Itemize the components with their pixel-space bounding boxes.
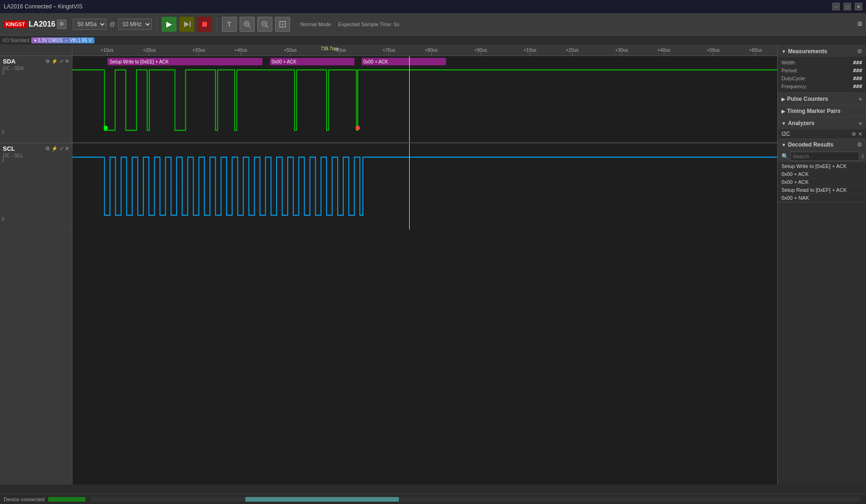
- fit-view-icon: [279, 21, 286, 28]
- frequency-value: ###: [853, 84, 862, 90]
- horizontal-scrollbar[interactable]: [91, 497, 860, 502]
- decoded-results-section: ▼ Decoded Results ⚙ 🔍 5 Setup Write to […: [778, 139, 866, 203]
- decoded-item-0[interactable]: Setup Write to [0xEE] + ACK: [778, 162, 866, 170]
- main-area: 739.7ms +10us +20us +30us +40us: [0, 46, 866, 484]
- scl-scale-1: 1: [2, 157, 5, 162]
- hamburger-menu[interactable]: ≡: [857, 19, 862, 29]
- time-ruler: 739.7ms +10us +20us +30us +40us: [0, 46, 777, 56]
- sda-expand-icon[interactable]: ⤢: [59, 58, 64, 64]
- right-panel: ▼ Measurements ⚙ Width: ### Period: ### …: [777, 46, 866, 484]
- analyzer-i2c-icons[interactable]: ⚙ ✕: [852, 131, 862, 137]
- svg-rect-2: [202, 22, 207, 27]
- stop-icon: [201, 21, 208, 28]
- measurement-width: Width: ###: [781, 59, 862, 67]
- decoded-item-4[interactable]: 0x00 + NAK: [778, 194, 866, 202]
- scl-label-top: SCL ⚙ ⚡ ⤢ ✕: [3, 145, 69, 152]
- ruler-tick-5: +50us: [284, 48, 297, 56]
- ruler-tick-10: +10us: [524, 48, 537, 56]
- decoded-results-collapse-arrow: ▼: [781, 142, 786, 147]
- maximize-button[interactable]: □: [844, 3, 851, 10]
- decoded-results-list: Setup Write to [0xEE] + ACK 0x00 + ACK 0…: [778, 162, 866, 202]
- search-icon: 🔍: [781, 153, 788, 160]
- measurements-settings-button[interactable]: ⚙: [857, 48, 862, 55]
- sda-scale-0: 0: [2, 130, 5, 135]
- time-marker-line-scl: [409, 143, 410, 230]
- decoded-item-3[interactable]: Setup Read to [0xEF] + ACK: [778, 186, 866, 194]
- device-name: LA2016: [29, 20, 56, 28]
- sda-settings-icon[interactable]: ⚙: [45, 58, 50, 64]
- sample-rate-select[interactable]: 50 MSa 25 MSa 10 MSa: [73, 19, 106, 30]
- measurement-period: Period: ###: [781, 67, 862, 75]
- ruler-tick-4: +40us: [234, 48, 248, 56]
- timing-marker-header[interactable]: ▶ Timing Marker Pairs: [778, 105, 866, 117]
- svg-line-4: [248, 26, 250, 28]
- scl-waveform-row: [72, 143, 777, 230]
- window-controls[interactable]: ─ □ ✕: [832, 3, 862, 10]
- stop-button[interactable]: [197, 17, 212, 32]
- sda-label-top: SDA ⚙ ⚡ ⤢ ✕: [3, 58, 69, 65]
- width-value: ###: [853, 60, 862, 66]
- scrollbar-thumb[interactable]: [245, 497, 399, 502]
- pulse-counters-add-button[interactable]: +: [859, 95, 862, 103]
- ruler-tick-8: +80us: [425, 48, 438, 56]
- sda-close-icon[interactable]: ✕: [65, 58, 69, 64]
- decoded-results-count: 5: [861, 154, 864, 159]
- scl-sub: I2C - SCL: [3, 153, 69, 158]
- ruler-tick-12: +30us: [615, 48, 628, 56]
- decoded-results-search-row: 🔍 5: [778, 150, 866, 162]
- decoded-item-2[interactable]: 0x00 + ACK: [778, 178, 866, 186]
- analyzer-i2c-delete-icon[interactable]: ✕: [858, 131, 862, 137]
- sda-name: SDA: [3, 58, 15, 65]
- timing-marker-section: ▶ Timing Marker Pairs: [778, 105, 866, 117]
- scl-trigger-icon[interactable]: ⚡: [51, 146, 58, 152]
- analyzers-collapse-arrow: ▼: [781, 121, 786, 126]
- sda-waveform-row: Setup Write to [0xEE] + ACK 0x00 + ACK 0…: [72, 56, 777, 143]
- analyzers-add-button[interactable]: +: [859, 119, 862, 127]
- voltage-badge: ▾ 3.3V CMOS → Vth:1.65 V: [31, 37, 94, 43]
- toolbar-separator: [156, 17, 157, 31]
- at-label: @: [109, 21, 115, 28]
- decoded-item-1[interactable]: 0x00 + ACK: [778, 170, 866, 178]
- waveform-canvas[interactable]: Setup Write to [0xEE] + ACK 0x00 + ACK 0…: [72, 56, 777, 484]
- pulse-counters-header[interactable]: ▶ Pulse Counters +: [778, 93, 866, 105]
- period-value: ###: [853, 68, 862, 74]
- run-single-icon: [183, 20, 191, 28]
- app-title: LA2016 Connected – KingstVIS: [4, 3, 83, 10]
- ruler-tick-7: +70us: [383, 48, 396, 56]
- status-text: Device connected: [4, 497, 44, 502]
- title-bar: LA2016 Connected – KingstVIS ─ □ ✕: [0, 0, 866, 13]
- ruler-tick-9: +90us: [474, 48, 487, 56]
- scl-expand-icon[interactable]: ⤢: [59, 146, 64, 152]
- mode-info: Normal Mode Expected Sample Time: 5s: [300, 21, 399, 28]
- frequency-label: Frequency:: [781, 84, 807, 90]
- decoded-results-search-input[interactable]: [790, 152, 859, 161]
- analyzers-header[interactable]: ▼ Analyzers +: [778, 117, 866, 129]
- zoom-out-icon: [261, 21, 269, 28]
- measurements-header[interactable]: ▼ Measurements ⚙: [778, 46, 866, 57]
- cursor-tool-button[interactable]: T: [222, 17, 237, 32]
- ruler-tick-14: +50us: [707, 48, 720, 56]
- ruler-tick-1: +10us: [100, 48, 114, 56]
- decoded-results-settings-button[interactable]: ⚙: [857, 141, 862, 148]
- minimize-button[interactable]: ─: [832, 3, 840, 10]
- scl-settings-icon[interactable]: ⚙: [45, 146, 50, 152]
- status-indicator: [48, 497, 85, 502]
- clock-select[interactable]: 10 MHz 20 MHz: [118, 19, 152, 30]
- analyzer-i2c-settings-icon[interactable]: ⚙: [852, 131, 856, 137]
- zoom-out-button[interactable]: [257, 17, 272, 32]
- measurements-collapse-arrow: ▼: [781, 49, 786, 54]
- scl-icons[interactable]: ⚙ ⚡ ⤢ ✕: [45, 146, 69, 152]
- play-button[interactable]: ▶: [162, 17, 177, 32]
- scl-close-icon[interactable]: ✕: [65, 146, 69, 152]
- decoded-results-header[interactable]: ▼ Decoded Results ⚙: [778, 139, 866, 150]
- device-settings-button[interactable]: ⚙: [57, 20, 66, 29]
- ruler-tick-6: +60us: [333, 48, 346, 56]
- close-button[interactable]: ✕: [855, 3, 862, 10]
- sda-trigger-icon[interactable]: ⚡: [51, 58, 58, 64]
- sda-icons[interactable]: ⚙ ⚡ ⤢ ✕: [45, 58, 69, 64]
- run-single-button[interactable]: [179, 17, 194, 32]
- fit-view-button[interactable]: [275, 17, 290, 32]
- sda-marker-red: [355, 126, 360, 130]
- sda-scale-1: 1: [2, 70, 5, 75]
- zoom-in-button[interactable]: [240, 17, 255, 32]
